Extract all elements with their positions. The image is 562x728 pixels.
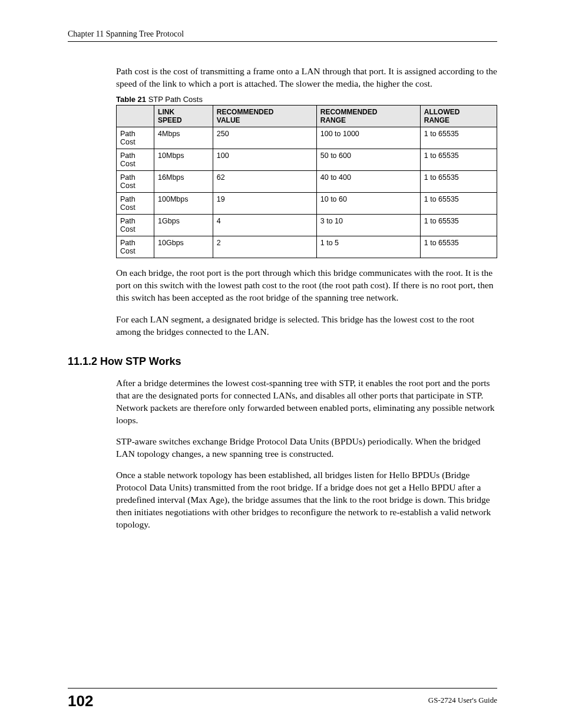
table-row: PathCost16Mbps6240 to 4001 to 65535: [117, 170, 497, 192]
page-number: 102: [68, 692, 93, 710]
designated-bridge-paragraph: For each LAN segment, a designated bridg…: [116, 314, 497, 338]
cell-rec-range: 40 to 400: [316, 170, 420, 192]
cell-rec-value: 4: [213, 214, 316, 236]
th-allowed-range: ALLOWEDRANGE: [420, 105, 497, 127]
table-row: PathCost10Mbps10050 to 6001 to 65535: [117, 149, 497, 170]
table-caption-title: STP Path Costs: [146, 95, 203, 104]
cell-allowed-range: 1 to 65535: [420, 127, 497, 149]
cell-rec-value: 62: [213, 170, 316, 192]
cell-rowlabel: PathCost: [117, 170, 154, 192]
table-caption: Table 21 STP Path Costs: [116, 95, 497, 104]
th-blank: [117, 105, 154, 127]
table-row: PathCost100Mbps1910 to 601 to 65535: [117, 192, 497, 214]
cell-rec-range: 3 to 10: [316, 214, 420, 236]
cell-rowlabel: PathCost: [117, 236, 154, 258]
cell-link-speed: 16Mbps: [154, 170, 213, 192]
chapter-header: Chapter 11 Spanning Tree Protocol: [68, 29, 497, 42]
table-header-row: LINKSPEED RECOMMENDEDVALUE RECOMMENDEDRA…: [117, 105, 497, 127]
root-port-paragraph: On each bridge, the root port is the por…: [116, 267, 497, 304]
cell-link-speed: 1Gbps: [154, 214, 213, 236]
cell-allowed-range: 1 to 65535: [420, 236, 497, 258]
cell-rec-range: 10 to 60: [316, 192, 420, 214]
th-link-speed: LINKSPEED: [154, 105, 213, 127]
cell-rec-range: 100 to 1000: [316, 127, 420, 149]
cell-allowed-range: 1 to 65535: [420, 214, 497, 236]
cell-rec-value: 250: [213, 127, 316, 149]
table-row: PathCost1Gbps43 to 101 to 65535: [117, 214, 497, 236]
cell-rec-value: 100: [213, 149, 316, 170]
section-p1: After a bridge determines the lowest cos…: [116, 377, 497, 427]
cell-link-speed: 10Gbps: [154, 236, 213, 258]
cell-link-speed: 10Mbps: [154, 149, 213, 170]
section-p3: Once a stable network topology has been …: [116, 469, 497, 531]
cell-rec-range: 50 to 600: [316, 149, 420, 170]
cell-rec-value: 2: [213, 236, 316, 258]
cell-rowlabel: PathCost: [117, 149, 154, 170]
cell-rowlabel: PathCost: [117, 214, 154, 236]
table-row: PathCost4Mbps250100 to 10001 to 65535: [117, 127, 497, 149]
guide-name: GS-2724 User's Guide: [428, 696, 497, 705]
th-rec-range: RECOMMENDEDRANGE: [316, 105, 420, 127]
intro-paragraph: Path cost is the cost of transmitting a …: [116, 65, 497, 90]
section-heading-11-1-2: 11.1.2 How STP Works: [68, 355, 497, 368]
stp-path-costs-table: LINKSPEED RECOMMENDEDVALUE RECOMMENDEDRA…: [116, 105, 497, 258]
cell-allowed-range: 1 to 65535: [420, 192, 497, 214]
table-row: PathCost10Gbps21 to 51 to 65535: [117, 236, 497, 258]
cell-rec-range: 1 to 5: [316, 236, 420, 258]
cell-link-speed: 100Mbps: [154, 192, 213, 214]
cell-rowlabel: PathCost: [117, 127, 154, 149]
cell-allowed-range: 1 to 65535: [420, 149, 497, 170]
cell-link-speed: 4Mbps: [154, 127, 213, 149]
section-p2: STP-aware switches exchange Bridge Proto…: [116, 436, 497, 460]
cell-rec-value: 19: [213, 192, 316, 214]
table-caption-number: Table 21: [116, 95, 146, 104]
cell-allowed-range: 1 to 65535: [420, 170, 497, 192]
cell-rowlabel: PathCost: [117, 192, 154, 214]
page-footer: 102 GS-2724 User's Guide: [68, 688, 497, 710]
th-rec-value: RECOMMENDEDVALUE: [213, 105, 316, 127]
